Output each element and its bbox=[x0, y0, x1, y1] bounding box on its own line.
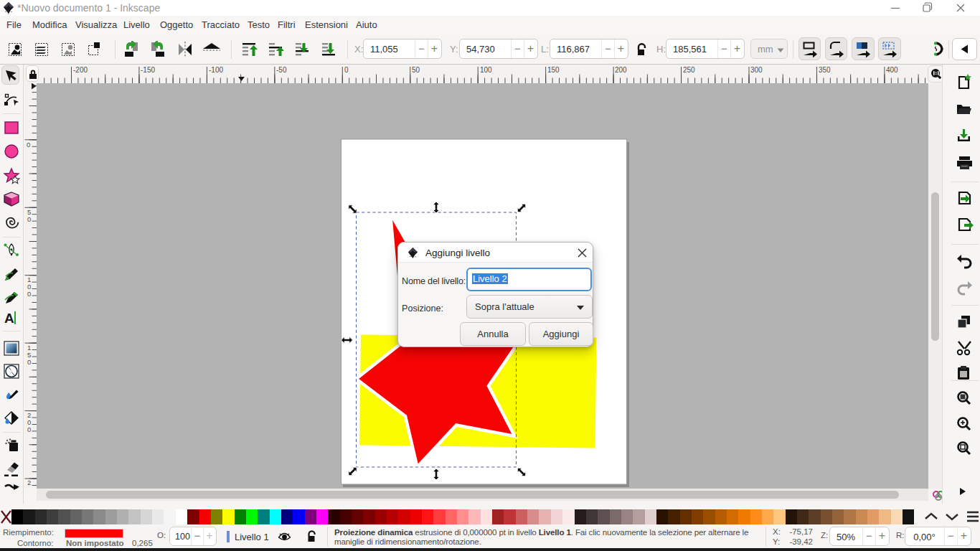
svg-text:250: 250 bbox=[683, 66, 695, 74]
svg-text:0: 0 bbox=[27, 290, 31, 298]
svg-text:350: 350 bbox=[819, 66, 831, 74]
svg-text:200: 200 bbox=[615, 66, 627, 74]
svg-text:2: 2 bbox=[27, 479, 31, 486]
svg-text:0: 0 bbox=[27, 215, 31, 223]
svg-text:-50: -50 bbox=[276, 66, 287, 74]
svg-text:-200: -200 bbox=[73, 66, 88, 74]
svg-text:0: 0 bbox=[344, 66, 349, 74]
svg-text:400: 400 bbox=[886, 66, 898, 74]
svg-text:-150: -150 bbox=[141, 66, 155, 74]
svg-text:300: 300 bbox=[750, 66, 763, 74]
svg-text:0: 0 bbox=[27, 141, 30, 149]
svg-text:0: 0 bbox=[27, 358, 31, 366]
svg-text:A: A bbox=[4, 311, 14, 326]
svg-text:50: 50 bbox=[412, 66, 420, 74]
svg-text:-100: -100 bbox=[209, 66, 223, 74]
svg-text:100: 100 bbox=[480, 66, 492, 74]
svg-text:0: 0 bbox=[27, 425, 31, 433]
svg-text:150: 150 bbox=[547, 66, 560, 74]
